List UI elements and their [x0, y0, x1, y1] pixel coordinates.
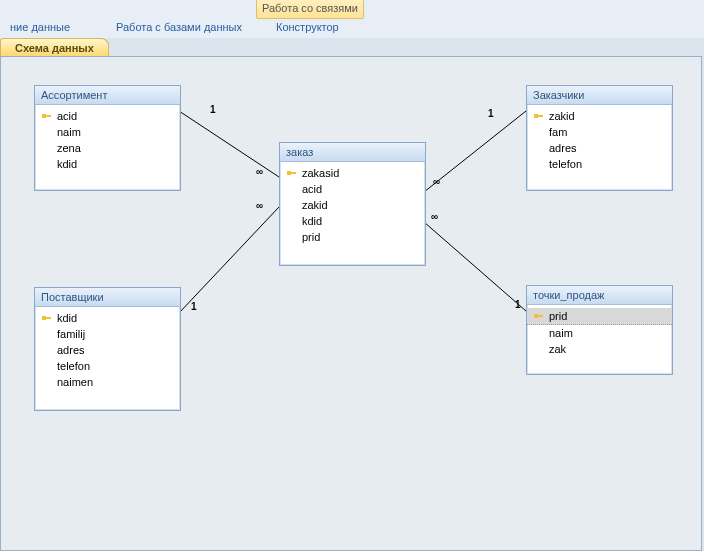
table-field[interactable]: kdid: [280, 213, 425, 229]
table-field[interactable]: kdid: [35, 156, 180, 172]
table-title[interactable]: Поставщики: [35, 288, 180, 307]
table-field[interactable]: telefon: [527, 156, 672, 172]
cardinality-many: ∞: [431, 211, 438, 222]
table-field[interactable]: fam: [527, 124, 672, 140]
table-field[interactable]: adres: [35, 342, 180, 358]
table-field[interactable]: zena: [35, 140, 180, 156]
document-tab[interactable]: Схема данных: [0, 38, 109, 57]
table-field-pk[interactable]: zakid: [527, 108, 672, 124]
table-field-pk[interactable]: prid: [527, 308, 672, 325]
cardinality-many: ∞: [256, 200, 263, 211]
table-window[interactable]: Заказчикиzakidfamadrestelefon: [526, 85, 673, 191]
ribbon-tab-active[interactable]: Работа со связями: [256, 0, 364, 19]
table-field-pk[interactable]: kdid: [35, 310, 180, 326]
cardinality-many: ∞: [433, 176, 440, 187]
table-field-pk[interactable]: acid: [35, 108, 180, 124]
cardinality-many: ∞: [256, 166, 263, 177]
ribbon-group-label[interactable]: Конструктор: [270, 20, 345, 34]
table-window[interactable]: заказzakasidacidzakidkdidprid: [279, 142, 426, 266]
table-field-list: kdidfamilijadrestelefonnaimen: [35, 307, 180, 396]
relationship-line[interactable]: [424, 111, 526, 192]
table-title[interactable]: точки_продаж: [527, 286, 672, 305]
ribbon: Работа со связями ние данные Работа с ба…: [0, 0, 704, 39]
table-field-list: acidnaimzenakdid: [35, 105, 180, 178]
table-title[interactable]: Заказчики: [527, 86, 672, 105]
table-field-list: zakidfamadrestelefon: [527, 105, 672, 178]
relationship-line[interactable]: [179, 111, 279, 177]
table-field[interactable]: zakid: [280, 197, 425, 213]
document-tab-bar: Схема данных: [0, 38, 704, 56]
relationships-canvas[interactable]: 1∞1∞1∞1∞ АссортиментacidnaimzenakdidЗака…: [0, 56, 702, 551]
table-field[interactable]: familij: [35, 326, 180, 342]
table-window[interactable]: Поставщикиkdidfamilijadrestelefonnaimen: [34, 287, 181, 411]
ribbon-group-label[interactable]: ние данные: [4, 20, 76, 34]
table-title[interactable]: Ассортимент: [35, 86, 180, 105]
table-field[interactable]: telefon: [35, 358, 180, 374]
table-field[interactable]: naim: [527, 325, 672, 341]
relationship-line[interactable]: [179, 207, 279, 313]
table-field[interactable]: prid: [280, 229, 425, 245]
table-field[interactable]: naimen: [35, 374, 180, 390]
table-field[interactable]: naim: [35, 124, 180, 140]
table-field[interactable]: adres: [527, 140, 672, 156]
cardinality-one: 1: [210, 104, 216, 115]
table-window[interactable]: точки_продажpridnaimzak: [526, 285, 673, 375]
ribbon-group-label[interactable]: Работа с базами данных: [110, 20, 248, 34]
cardinality-one: 1: [515, 299, 521, 310]
relationship-line[interactable]: [424, 222, 526, 311]
table-window[interactable]: Ассортиментacidnaimzenakdid: [34, 85, 181, 191]
cardinality-one: 1: [488, 108, 494, 119]
table-field-list: pridnaimzak: [527, 305, 672, 363]
table-field[interactable]: zak: [527, 341, 672, 357]
cardinality-one: 1: [191, 301, 197, 312]
table-title[interactable]: заказ: [280, 143, 425, 162]
table-field[interactable]: acid: [280, 181, 425, 197]
table-field-list: zakasidacidzakidkdidprid: [280, 162, 425, 251]
table-field-pk[interactable]: zakasid: [280, 165, 425, 181]
